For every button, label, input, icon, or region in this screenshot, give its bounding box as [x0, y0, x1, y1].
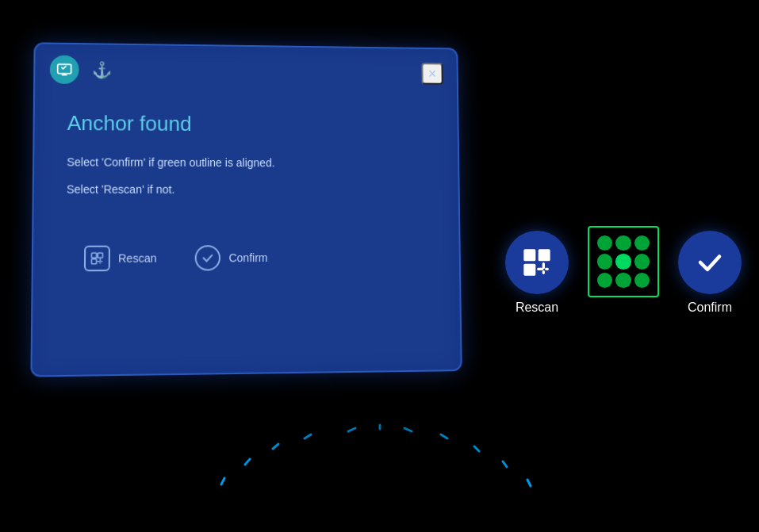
grid-dot-2: [615, 235, 631, 251]
svg-rect-4: [523, 249, 535, 261]
gaze-arc: [182, 350, 578, 508]
svg-rect-0: [58, 64, 71, 74]
hud-confirm-section: Confirm: [678, 231, 742, 315]
svg-line-9: [273, 444, 278, 449]
svg-line-16: [503, 461, 507, 467]
hud-rescan-button[interactable]: [505, 231, 569, 294]
svg-rect-6: [523, 264, 535, 276]
dialog-body: Anchor found Select 'Confirm' if green o…: [33, 94, 459, 302]
svg-rect-3: [91, 258, 96, 263]
dialog-icon: [50, 55, 79, 84]
confirm-button[interactable]: Confirm: [186, 239, 278, 277]
anchor-grid-container: [575, 226, 672, 297]
hud-confirm-button[interactable]: [678, 231, 742, 294]
hud-rescan-icon: [521, 247, 553, 278]
svg-rect-2: [98, 253, 102, 258]
confirm-icon-circle: [195, 245, 220, 270]
hud-confirm-label: Confirm: [688, 300, 732, 315]
rescan-button[interactable]: Rescan: [74, 239, 166, 277]
dialog-desc-2: Select 'Rescan' if not.: [67, 181, 427, 199]
grid-dot-3: [634, 235, 650, 251]
svg-rect-1: [92, 253, 97, 258]
hud-controls: Rescan Confirm: [505, 226, 742, 320]
anchor-icon: ⚓: [92, 60, 113, 79]
grid-dot-5: [615, 254, 631, 269]
dialog-actions: Rescan Confirm: [66, 238, 428, 277]
svg-line-13: [404, 428, 412, 431]
svg-line-15: [474, 446, 479, 451]
svg-line-14: [441, 434, 447, 438]
hud-rescan-section: Rescan: [505, 231, 569, 315]
dialog-titlebar: ⚓ ×: [35, 44, 457, 98]
dialog-desc-1: Select 'Confirm' if green outline is ali…: [67, 153, 427, 172]
anchor-grid: [588, 226, 659, 297]
dialog-title: Anchor found: [67, 111, 427, 138]
grid-dot-7: [597, 273, 612, 288]
svg-line-7: [221, 478, 224, 484]
rescan-icon-box: [84, 245, 110, 271]
hud-rescan-label: Rescan: [516, 300, 558, 315]
screen-icon: [56, 62, 73, 78]
svg-line-11: [348, 428, 355, 431]
svg-line-10: [305, 434, 311, 438]
close-button[interactable]: ×: [421, 63, 443, 84]
svg-rect-5: [539, 249, 550, 261]
svg-line-8: [245, 459, 250, 465]
confirm-label: Confirm: [228, 251, 267, 264]
grid-dot-9: [634, 273, 650, 288]
anchor-dialog: ⚓ × Anchor found Select 'Confirm' if gre…: [30, 42, 462, 377]
rescan-icon: [90, 251, 105, 266]
rescan-label: Rescan: [118, 251, 156, 264]
grid-dot-8: [615, 273, 631, 288]
grid-dot-6: [634, 254, 650, 269]
grid-dot-1: [597, 235, 612, 251]
checkmark-icon: [201, 251, 214, 264]
svg-line-17: [527, 480, 531, 486]
grid-dot-4: [597, 254, 612, 269]
hud-confirm-icon: [696, 248, 724, 277]
